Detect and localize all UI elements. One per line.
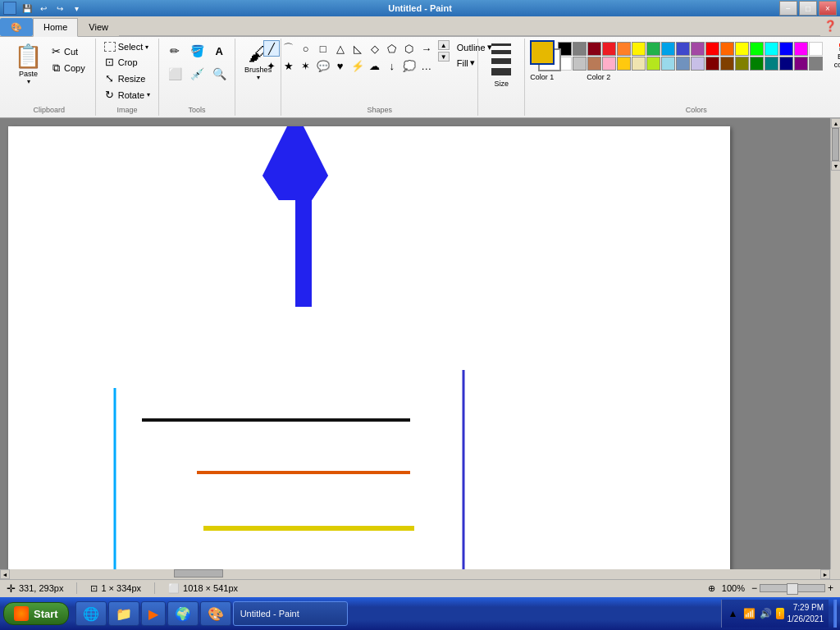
fill-tool[interactable]: 🪣 bbox=[186, 40, 208, 62]
color-brown[interactable] bbox=[587, 57, 601, 71]
close-button[interactable]: × bbox=[819, 1, 837, 16]
eraser-tool[interactable]: ⬜ bbox=[164, 63, 185, 84]
shape-speech[interactable]: 💭 bbox=[401, 57, 418, 74]
tray-arrow-icon[interactable]: ▲ bbox=[727, 607, 740, 620]
scroll-track-h[interactable] bbox=[10, 569, 820, 579]
shape-hexagon[interactable]: ⬡ bbox=[401, 40, 418, 57]
scroll-thumb-h[interactable] bbox=[174, 569, 223, 578]
edit-colors-button[interactable]: Edit colors bbox=[826, 42, 840, 71]
color-darkgray[interactable] bbox=[573, 42, 587, 56]
shape-lightning[interactable]: ⚡ bbox=[349, 57, 366, 74]
shape-arrow-right[interactable]: → bbox=[418, 40, 435, 57]
color-r1[interactable] bbox=[705, 42, 719, 56]
color-s6[interactable] bbox=[779, 57, 793, 71]
minimize-button[interactable]: − bbox=[779, 1, 797, 16]
crop-button[interactable]: ⊡ Crop bbox=[101, 54, 153, 70]
color-r2[interactable] bbox=[720, 42, 734, 56]
select-dropdown-arrow[interactable]: ▾ bbox=[145, 43, 148, 51]
scroll-thumb-v[interactable] bbox=[832, 128, 839, 161]
color-sky[interactable] bbox=[661, 57, 675, 71]
brushes-dropdown-arrow[interactable]: ▾ bbox=[257, 74, 260, 81]
color-indigo[interactable] bbox=[676, 42, 690, 56]
scroll-track-v[interactable] bbox=[831, 128, 840, 161]
color-r7[interactable] bbox=[794, 42, 808, 56]
color-cream[interactable] bbox=[632, 57, 646, 71]
shape-more[interactable]: … bbox=[418, 57, 435, 74]
color-yellow[interactable] bbox=[632, 42, 646, 56]
start-button[interactable]: Start bbox=[3, 602, 69, 625]
size-button[interactable]: Size bbox=[485, 40, 518, 90]
color-slate[interactable] bbox=[676, 57, 690, 71]
taskbar-paint-btn[interactable]: 🎨 bbox=[200, 601, 231, 626]
qa-dropdown-btn[interactable]: ▾ bbox=[69, 1, 84, 16]
color-r4[interactable] bbox=[750, 42, 764, 56]
horizontal-scrollbar[interactable]: ◄ ► bbox=[0, 569, 830, 579]
shape-cloud[interactable]: ☁ bbox=[367, 57, 383, 74]
shape-line[interactable]: ╱ bbox=[263, 40, 280, 57]
color-s8[interactable] bbox=[809, 57, 823, 71]
color-s1[interactable] bbox=[705, 57, 719, 71]
color-r6[interactable] bbox=[779, 42, 793, 56]
color-pick-tool[interactable]: 💉 bbox=[186, 63, 208, 84]
undo-quick-btn[interactable]: ↩ bbox=[36, 1, 51, 16]
tab-home[interactable]: Home bbox=[33, 18, 78, 37]
zoom-out-btn[interactable]: − bbox=[751, 582, 757, 594]
network-icon[interactable]: 📶 bbox=[743, 607, 756, 620]
shape-callout1[interactable]: 💬 bbox=[315, 57, 331, 74]
color-red[interactable] bbox=[602, 42, 616, 56]
color-r5[interactable] bbox=[765, 42, 778, 56]
shape-arrow-down[interactable]: ↓ bbox=[384, 57, 400, 74]
shapes-scroll-up[interactable]: ▲ bbox=[438, 40, 450, 50]
color-darkred[interactable] bbox=[587, 42, 601, 56]
magnifier-tool[interactable]: 🔍 bbox=[208, 63, 230, 84]
shape-diamond[interactable]: ◇ bbox=[367, 40, 383, 57]
tab-view[interactable]: View bbox=[78, 18, 119, 36]
paint-canvas[interactable] bbox=[8, 126, 730, 569]
rotate-dropdown-arrow[interactable]: ▾ bbox=[147, 91, 150, 98]
taskbar-ie-btn[interactable]: 🌐 bbox=[75, 601, 107, 626]
shape-star6[interactable]: ✶ bbox=[298, 57, 314, 74]
shape-pentagon[interactable]: ⬠ bbox=[384, 40, 400, 57]
color-blue[interactable] bbox=[661, 42, 675, 56]
shape-star4[interactable]: ✦ bbox=[263, 57, 280, 74]
paste-dropdown-arrow[interactable]: ▾ bbox=[27, 78, 30, 85]
vertical-scrollbar[interactable]: ▲ ▼ bbox=[830, 118, 840, 569]
color-s2[interactable] bbox=[720, 57, 734, 71]
color-green[interactable] bbox=[646, 42, 660, 56]
color-lime[interactable] bbox=[646, 57, 660, 71]
resize-button[interactable]: ⤡ Resize bbox=[101, 71, 153, 86]
maximize-button[interactable]: □ bbox=[799, 1, 817, 16]
system-clock[interactable]: 7:29 PM 1/26/2021 bbox=[788, 602, 824, 625]
color-gold[interactable] bbox=[617, 57, 631, 71]
tray-icon-3[interactable]: ! bbox=[776, 608, 784, 619]
shape-triangle[interactable]: △ bbox=[332, 40, 349, 57]
color-orange[interactable] bbox=[617, 42, 631, 56]
redo-quick-btn[interactable]: ↪ bbox=[52, 1, 67, 16]
rotate-button[interactable]: ↻ Rotate ▾ bbox=[101, 87, 153, 103]
help-btn[interactable]: ❓ bbox=[820, 18, 840, 36]
zoom-thumb[interactable] bbox=[787, 583, 798, 595]
shape-star5[interactable]: ★ bbox=[281, 57, 297, 74]
color-lavender[interactable] bbox=[691, 57, 705, 71]
color-r8[interactable] bbox=[809, 42, 823, 56]
scroll-left-arrow[interactable]: ◄ bbox=[0, 569, 10, 579]
taskbar-media-btn[interactable]: ▶ bbox=[141, 601, 166, 626]
taskbar-explorer-btn[interactable]: 📁 bbox=[108, 601, 139, 626]
shape-rtriangle[interactable]: ◺ bbox=[349, 40, 366, 57]
text-tool[interactable]: A bbox=[208, 40, 230, 62]
cut-button[interactable]: ✂ Cut bbox=[47, 43, 89, 59]
taskbar-chrome-btn[interactable]: 🌍 bbox=[167, 601, 199, 626]
scroll-up-arrow[interactable]: ▲ bbox=[831, 118, 840, 128]
color-pink[interactable] bbox=[602, 57, 616, 71]
color-lightgray[interactable] bbox=[573, 57, 587, 71]
color1-swatch[interactable] bbox=[530, 40, 555, 65]
color-s7[interactable] bbox=[794, 57, 808, 71]
save-quick-btn[interactable]: 💾 bbox=[20, 1, 34, 16]
taskbar-active-app[interactable]: Untitled - Paint bbox=[233, 601, 348, 626]
select-button[interactable]: Select ▾ bbox=[101, 40, 153, 53]
zoom-in-btn[interactable]: + bbox=[828, 582, 833, 594]
copy-button[interactable]: ⧉ Copy bbox=[47, 60, 89, 76]
shape-oval[interactable]: ○ bbox=[298, 40, 314, 57]
scroll-right-arrow[interactable]: ► bbox=[820, 569, 830, 579]
color-r3[interactable] bbox=[735, 42, 749, 56]
